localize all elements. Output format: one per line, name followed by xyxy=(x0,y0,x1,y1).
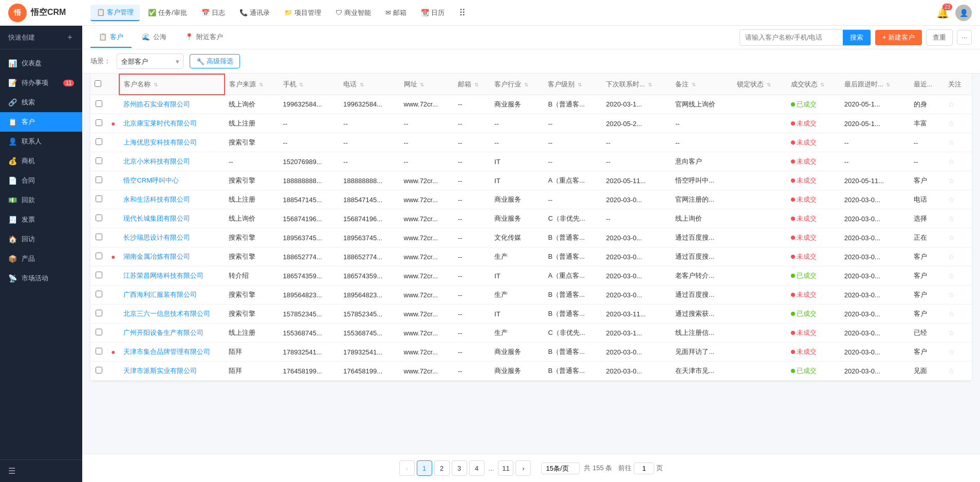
header-website[interactable]: 网址 ⇅ xyxy=(400,74,454,95)
sidebar-item-contacts[interactable]: 👤 联系人 xyxy=(0,132,82,151)
customer-name-link[interactable]: 长沙瑞思设计有限公司 xyxy=(123,234,190,241)
customer-name-link[interactable]: 天津市派斯实业有限公司 xyxy=(123,367,197,374)
header-lock[interactable]: 锁定状态 ⇅ xyxy=(733,74,786,95)
advanced-filter-button[interactable]: 🔧 高级筛选 xyxy=(190,54,240,68)
pagination-next[interactable]: › xyxy=(515,460,531,476)
nav-item-bi[interactable]: 🛡 商业智能 xyxy=(329,5,377,21)
sidebar-item-invoices[interactable]: 🧾 发票 xyxy=(0,210,82,229)
select-all-checkbox[interactable] xyxy=(95,80,101,87)
customer-name-link[interactable]: 苏州皓石实业有限公司 xyxy=(123,100,190,108)
customer-name-link[interactable]: 北京小米科技有限公司 xyxy=(123,157,190,165)
customer-name-link[interactable]: 江苏荣昌网络科技有限公司 xyxy=(123,272,204,279)
customer-name-link[interactable]: 现代长城集团有限公司 xyxy=(123,215,190,222)
nav-item-grid[interactable]: ⠿ xyxy=(453,4,472,22)
row-checkbox[interactable] xyxy=(96,100,102,107)
customer-name-link[interactable]: 悟空CRM呼叫中心 xyxy=(123,176,179,184)
row-checkbox[interactable] xyxy=(96,176,102,183)
customer-name-link[interactable]: 永和生活科技有限公司 xyxy=(123,195,190,203)
customer-name-link[interactable]: 上海优思安科技有限公司 xyxy=(123,138,197,146)
customer-name-link[interactable]: 北京康宝莱时代有限公司 xyxy=(123,119,197,127)
row-checkbox[interactable] xyxy=(96,348,102,354)
nav-item-task-approval[interactable]: ✅ 任务/审批 xyxy=(142,5,193,21)
quick-create-plus-icon[interactable]: ＋ xyxy=(66,32,74,43)
star-toggle[interactable]: ☆ xyxy=(948,138,955,147)
sidebar-item-products[interactable]: 📦 产品 xyxy=(0,249,82,269)
star-toggle[interactable]: ☆ xyxy=(948,119,955,128)
sidebar-item-todo[interactable]: 📝 待办事项 11 xyxy=(0,73,82,93)
row-checkbox[interactable] xyxy=(96,119,102,126)
nav-item-project[interactable]: 📁 项目管理 xyxy=(278,5,327,21)
pagination-page-3[interactable]: 3 xyxy=(452,460,467,476)
collapse-sidebar-button[interactable]: ☰ xyxy=(8,467,15,475)
row-checkbox[interactable] xyxy=(96,215,102,221)
customer-name-link[interactable]: 湖南金属冶炼有限公司 xyxy=(123,253,190,260)
header-email[interactable]: 邮箱 ⇅ xyxy=(454,74,490,95)
row-checkbox[interactable] xyxy=(96,291,102,297)
customer-search-input[interactable] xyxy=(740,31,843,43)
header-level[interactable]: 客户级别 ⇅ xyxy=(544,74,602,95)
pagination-page-4[interactable]: 4 xyxy=(469,460,485,476)
row-checkbox[interactable] xyxy=(96,138,102,145)
header-industry[interactable]: 客户行业 ⇅ xyxy=(490,74,544,95)
pagination-prev[interactable]: ‹ xyxy=(399,460,415,476)
reset-button[interactable]: 查重 xyxy=(926,29,953,46)
header-next-contact[interactable]: 下次联系时... ⇅ xyxy=(602,74,671,95)
pagination-page-2[interactable]: 2 xyxy=(434,460,450,476)
sidebar-item-payments[interactable]: 💵 回款 xyxy=(0,190,82,210)
row-checkbox[interactable] xyxy=(96,272,102,278)
goto-page-input[interactable] xyxy=(634,462,654,474)
star-toggle[interactable]: ☆ xyxy=(948,157,955,166)
header-mobile[interactable]: 手机 ⇅ xyxy=(279,74,339,95)
sidebar-item-contracts[interactable]: 📄 合同 xyxy=(0,171,82,190)
nav-item-mail[interactable]: ✉ 邮箱 xyxy=(379,5,413,21)
row-checkbox[interactable] xyxy=(96,367,102,373)
star-toggle[interactable]: ☆ xyxy=(948,310,955,318)
scene-select[interactable]: 全部客户 xyxy=(117,53,183,69)
sidebar-item-leads[interactable]: 🔗 线索 xyxy=(0,93,82,112)
star-toggle[interactable]: ☆ xyxy=(948,367,955,375)
header-phone[interactable]: 电话 ⇅ xyxy=(339,74,399,95)
customer-name-link[interactable]: 天津市集合品牌管理有限公司 xyxy=(123,348,210,355)
row-checkbox[interactable] xyxy=(96,234,102,240)
nav-item-contacts[interactable]: 📞 通讯录 xyxy=(233,5,276,21)
header-note[interactable]: 备注 ⇅ xyxy=(671,74,733,95)
sidebar-item-dashboard[interactable]: 📊 仪表盘 xyxy=(0,53,82,73)
header-customer-name[interactable]: 客户名称 ⇅ xyxy=(119,74,225,95)
header-source[interactable]: 客户来源 ⇅ xyxy=(225,74,279,95)
user-avatar[interactable]: 👤 xyxy=(955,5,972,21)
customer-name-link[interactable]: 北京三六一信息技术有限公司 xyxy=(123,310,210,317)
star-toggle[interactable]: ☆ xyxy=(948,291,955,299)
star-toggle[interactable]: ☆ xyxy=(948,253,955,261)
star-toggle[interactable]: ☆ xyxy=(948,234,955,242)
nav-item-calendar[interactable]: 📆 日历 xyxy=(415,5,451,21)
pagination-page-11[interactable]: 11 xyxy=(498,460,513,476)
notification-button[interactable]: 🔔 23 xyxy=(936,7,949,19)
sidebar-item-revisit[interactable]: 🏠 回访 xyxy=(0,229,82,249)
star-toggle[interactable]: ☆ xyxy=(948,176,955,185)
row-checkbox[interactable] xyxy=(96,253,102,259)
pagination-page-1[interactable]: 1 xyxy=(417,460,432,476)
sidebar-item-customers[interactable]: 📋 客户 xyxy=(0,112,82,132)
row-checkbox[interactable] xyxy=(96,195,102,202)
row-checkbox[interactable] xyxy=(96,310,102,316)
nav-item-log[interactable]: 📅 日志 xyxy=(195,5,231,21)
sidebar-item-opportunities[interactable]: 💰 商机 xyxy=(0,151,82,171)
tab-nearby-customers[interactable]: 📍 附近客户 xyxy=(177,27,231,48)
star-toggle[interactable]: ☆ xyxy=(948,329,955,337)
header-last-follow[interactable]: 最后跟进时... ⇅ xyxy=(840,74,910,95)
nav-item-customer-management[interactable]: 📋 客户管理 xyxy=(90,5,140,21)
star-toggle[interactable]: ☆ xyxy=(948,100,955,109)
star-toggle[interactable]: ☆ xyxy=(948,348,955,356)
star-toggle[interactable]: ☆ xyxy=(948,215,955,223)
tab-public-sea[interactable]: 🌊 公海 xyxy=(134,27,175,48)
more-options-button[interactable]: ··· xyxy=(957,30,972,45)
header-deal[interactable]: 成交状态 ⇅ xyxy=(787,74,840,95)
customer-name-link[interactable]: 广州开阳设备生产有限公司 xyxy=(123,329,204,336)
customer-name-link[interactable]: 广西海利汇服装有限公司 xyxy=(123,291,197,298)
star-toggle[interactable]: ☆ xyxy=(948,195,955,204)
tab-customers[interactable]: 📋 客户 xyxy=(90,27,132,48)
page-size-select[interactable]: 15条/页 30条/页 50条/页 xyxy=(541,462,580,474)
new-customer-button[interactable]: + 新建客户 xyxy=(875,30,922,45)
row-checkbox[interactable] xyxy=(96,157,102,164)
sidebar-item-marketing[interactable]: 📡 市场活动 xyxy=(0,269,82,288)
